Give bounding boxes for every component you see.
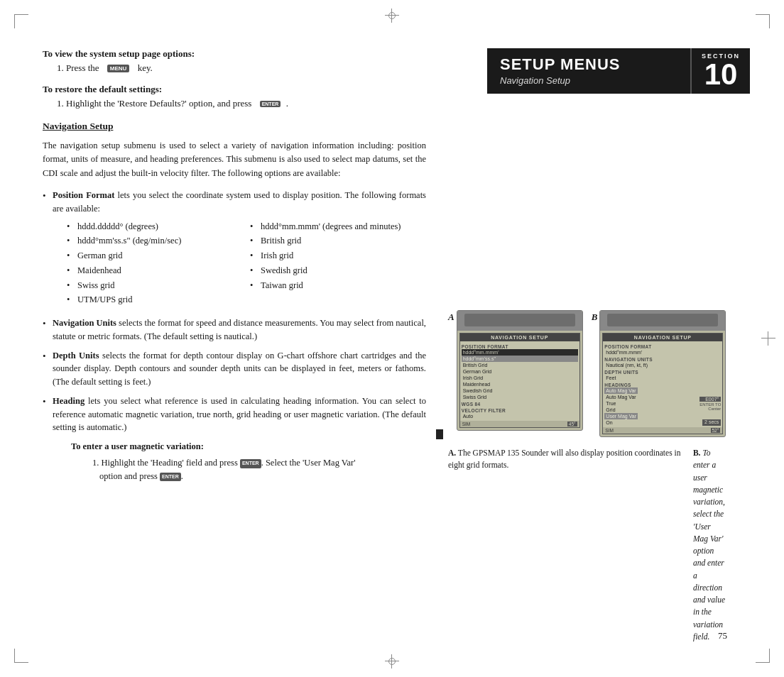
- device-a-wgs-label: WGS 84: [462, 402, 578, 407]
- bullet-dot-1: •: [43, 189, 53, 311]
- menu-key: MENU: [107, 65, 130, 72]
- caption-b-text: To enter a user magnetic variation, sele…: [693, 448, 725, 641]
- device-b-footer-val: 52°: [711, 428, 721, 433]
- view-options-block: To view the system setup page options: 1…: [43, 48, 426, 74]
- instruction-item: 1. Highlight the 'Heading' field and pre…: [92, 456, 426, 483]
- device-a-item-3: Irish Grid: [462, 375, 578, 381]
- device-a-item-6: Swiss Grid: [462, 394, 578, 400]
- fmt-5: German grid: [77, 249, 123, 263]
- device-b-screen-header: NAVIGATION SETUP: [603, 334, 722, 341]
- device-b-on-val: 2 secs: [702, 419, 721, 426]
- bullet-content-3: Depth Units selects the format for depth…: [53, 349, 426, 389]
- device-a-item-1: British Grid: [462, 362, 578, 368]
- device-b-screen-body: POSITION FORMAT hddd°mm.mmm' NAVIGATION …: [603, 341, 722, 427]
- bullet-content-1: Position Format lets you select the coor…: [53, 189, 426, 311]
- section-title-block: SETUP MENUS Navigation Setup: [487, 48, 690, 94]
- nav-setup-subtitle: Navigation Setup: [500, 75, 677, 86]
- corner-mark-br: [756, 649, 770, 663]
- device-a-pos-label: POSITION FORMAT: [462, 344, 578, 349]
- sub-bullet-7: • Maidenhead: [67, 264, 243, 277]
- device-b-letter: B: [592, 312, 598, 323]
- depth-units-text: selects the format for depth contour dis…: [53, 351, 426, 387]
- device-a-item-2: German Grid: [462, 368, 578, 375]
- device-b-on-label: On: [604, 419, 614, 426]
- enter-key-2: ENTER: [160, 473, 181, 482]
- device-a-letter: A: [448, 312, 454, 323]
- device-b-h-4: User Mag Var: [604, 413, 638, 419]
- page-container: To view the system setup page options: 1…: [0, 0, 784, 677]
- restore-step1: 1. Highlight the 'Restore Defaults?' opt…: [57, 98, 426, 109]
- device-row: A NAVIGATION SETUP POSITION FORMAT hddd°…: [448, 310, 725, 437]
- device-b-on-row: On 2 secs: [604, 419, 721, 426]
- sub-bullet-2: • hddd°mm.mmm' (degrees and minutes): [250, 220, 426, 233]
- bullet-content-2: Navigation Units selects the format for …: [53, 317, 426, 343]
- fmt-10: Taiwan grid: [261, 279, 303, 292]
- caption-a-letter: A.: [448, 448, 456, 457]
- black-square: [436, 429, 443, 439]
- device-a-with-label: A NAVIGATION SETUP POSITION FORMAT hddd°…: [448, 310, 583, 431]
- corner-mark-tl: [14, 14, 28, 28]
- device-a-body: NAVIGATION SETUP POSITION FORMAT hddd°mm…: [457, 310, 583, 431]
- device-b-heading-val-block: E007° ENTER TO Center: [699, 397, 721, 411]
- intro-paragraph: The navigation setup submenu is used to …: [43, 139, 426, 180]
- fmt-11: UTM/UPS grid: [77, 293, 132, 307]
- sub-bullet-11: • UTM/UPS grid: [67, 293, 243, 307]
- page-number: 75: [718, 630, 727, 642]
- corner-mark-bl: [14, 649, 28, 663]
- bullet-dot-4: •: [43, 395, 53, 434]
- device-a-vel-pair: Auto: [462, 413, 578, 419]
- step1-text-pre: 1. Press the: [57, 62, 99, 74]
- heading-label: Heading: [53, 396, 85, 406]
- crosshair-bottom-circle: [388, 658, 396, 665]
- device-b-nav-val: Nautical (nm, kt, ft): [604, 362, 721, 368]
- bullet-nav-units: • Navigation Units selects the format fo…: [43, 317, 426, 343]
- fmt-4: British grid: [261, 234, 301, 248]
- sub-bullet-9: • Swiss grid: [67, 279, 243, 292]
- bullet-depth-units: • Depth Units selects the format for dep…: [43, 349, 426, 389]
- enter-key-restore: ENTER: [260, 101, 281, 107]
- instruction-pre: 1. Highlight the 'Heading' field and pre…: [92, 458, 238, 468]
- instruction-mid: . Select the 'User Mag Var': [261, 458, 356, 468]
- device-b-screen: NAVIGATION SETUP POSITION FORMAT hddd°mm…: [602, 333, 723, 434]
- caption-area: A. The GPSMAP 135 Sounder will also disp…: [448, 447, 725, 643]
- position-format-label: Position Format: [53, 190, 114, 200]
- fmt-3: hddd°mm'ss.s" (deg/min/sec): [77, 234, 181, 248]
- sub-bullet-5: • German grid: [67, 249, 243, 263]
- depth-units-label: Depth Units: [53, 351, 99, 360]
- device-b-body: NAVIGATION SETUP POSITION FORMAT hddd°mm…: [599, 310, 726, 437]
- fmt-1: hddd.ddddd° (degrees): [77, 220, 158, 233]
- section-header: SETUP MENUS Navigation Setup SECTION 10: [487, 48, 750, 94]
- sub-bullet-10: • Taiwan grid: [250, 279, 426, 292]
- section-number-block: SECTION 10: [690, 48, 750, 94]
- crosshair-top-circle: [388, 12, 396, 19]
- fmt-7: Maidenhead: [77, 264, 121, 277]
- device-a-item-5: Swedish Grid: [462, 387, 578, 394]
- caption-b-letter: B.: [693, 448, 701, 457]
- device-b-footer: SIM 52°: [603, 427, 722, 434]
- device-b-h-3: Grid: [604, 407, 638, 413]
- sub-bullet-6: • Irish grid: [250, 249, 426, 263]
- device-a-vel-label: VELOCITY FILTER: [462, 408, 578, 413]
- right-panel: SETUP MENUS Navigation Setup SECTION 10 …: [487, 48, 750, 505]
- device-b-footer-sim: SIM: [605, 428, 614, 433]
- device-b-depth-label: DEPTH UNITS: [604, 370, 721, 375]
- caption-b: B. To enter a user magnetic variation, s…: [693, 447, 725, 643]
- device-a-footer: SIM 45°: [460, 421, 579, 427]
- device-a-item-4: Maidenhead: [462, 381, 578, 387]
- step1-text-end: key.: [138, 62, 153, 74]
- sub-bullet-1: • hddd.ddddd° (degrees): [67, 220, 243, 233]
- bullet-content-4: Heading lets you select what reference i…: [53, 395, 426, 434]
- bullet-dot-3: •: [43, 349, 53, 389]
- sub-bullet-4: • British grid: [250, 234, 426, 248]
- restore-block: To restore the default settings: 1. High…: [43, 84, 426, 109]
- position-format-grid: • hddd.ddddd° (degrees) • hddd°mm.mmm' (…: [67, 220, 426, 307]
- device-b-heading-val: E007°: [699, 397, 721, 402]
- device-b-nav-label: NAVIGATION UNITS: [604, 357, 721, 362]
- content-left: To view the system setup page options: 1…: [43, 48, 426, 483]
- restore-heading: To restore the default settings:: [43, 84, 426, 95]
- bullet-position-format: • Position Format lets you select the co…: [43, 189, 426, 311]
- device-a-screen: NAVIGATION SETUP POSITION FORMAT hddd°mm…: [459, 333, 580, 428]
- sub-bullet-8: • Swedish grid: [250, 264, 426, 277]
- device-a-vel-value: Auto: [462, 413, 474, 419]
- device-b-h-0: Auto Mag Var: [604, 387, 638, 394]
